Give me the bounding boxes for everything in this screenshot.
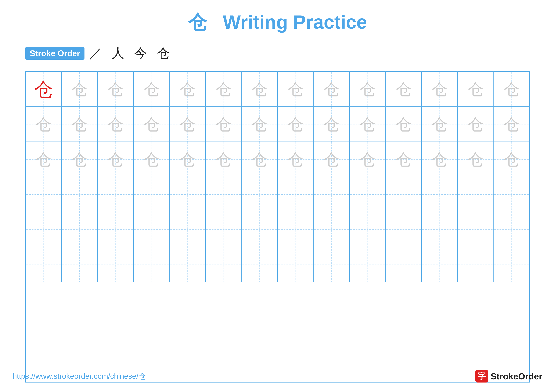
grid-cell[interactable] bbox=[494, 247, 530, 282]
grid-cell[interactable] bbox=[241, 247, 278, 282]
stroke-order-chars: ／ 人 今 仓 bbox=[89, 45, 173, 62]
practice-grid: 仓仓仓仓仓仓仓仓仓仓仓仓仓仓仓仓仓仓仓仓仓仓仓仓仓仓仓仓仓仓仓仓仓仓仓仓仓仓仓仓… bbox=[25, 71, 530, 383]
grid-cell[interactable]: 仓 bbox=[170, 107, 206, 142]
grid-cell[interactable] bbox=[386, 177, 422, 212]
grid-cell[interactable] bbox=[134, 177, 170, 212]
grid-cell[interactable] bbox=[62, 177, 98, 212]
grid-cell[interactable] bbox=[314, 212, 350, 247]
ghost-char: 仓 bbox=[252, 81, 267, 97]
grid-cell[interactable] bbox=[494, 177, 530, 212]
grid-cell[interactable] bbox=[98, 177, 134, 212]
grid-cell[interactable] bbox=[314, 177, 350, 212]
grid-cell[interactable] bbox=[170, 177, 206, 212]
ghost-char: 仓 bbox=[288, 151, 303, 167]
grid-cell[interactable]: 仓 bbox=[494, 72, 530, 107]
grid-cell[interactable] bbox=[314, 247, 350, 282]
grid-cell[interactable]: 仓 bbox=[458, 142, 494, 177]
grid-cell[interactable] bbox=[422, 247, 458, 282]
footer-url[interactable]: https://www.strokeorder.com/chinese/仓 bbox=[13, 371, 146, 381]
grid-cell[interactable]: 仓 bbox=[422, 107, 458, 142]
title-char: 仓 bbox=[188, 11, 207, 33]
ghost-char: 仓 bbox=[504, 81, 519, 97]
grid-cell[interactable] bbox=[170, 247, 206, 282]
grid-cell[interactable] bbox=[170, 212, 206, 247]
ghost-char: 仓 bbox=[396, 81, 411, 97]
grid-cell[interactable]: 仓 bbox=[422, 142, 458, 177]
grid-cell[interactable]: 仓 bbox=[206, 107, 242, 142]
grid-row: 仓仓仓仓仓仓仓仓仓仓仓仓仓仓 bbox=[26, 142, 529, 177]
grid-cell[interactable] bbox=[278, 212, 314, 247]
grid-cell[interactable] bbox=[206, 247, 242, 282]
grid-cell[interactable] bbox=[386, 247, 422, 282]
grid-cell[interactable]: 仓 bbox=[350, 107, 386, 142]
grid-cell[interactable] bbox=[278, 247, 314, 282]
grid-cell[interactable] bbox=[206, 177, 242, 212]
grid-cell[interactable] bbox=[26, 247, 62, 282]
grid-cell[interactable]: 仓 bbox=[170, 142, 206, 177]
ghost-char: 仓 bbox=[396, 116, 411, 132]
grid-cell[interactable] bbox=[26, 212, 62, 247]
grid-cell[interactable] bbox=[350, 247, 386, 282]
grid-cell[interactable] bbox=[62, 212, 98, 247]
ghost-char: 仓 bbox=[288, 81, 303, 97]
grid-cell[interactable]: 仓 bbox=[206, 142, 242, 177]
grid-cell[interactable] bbox=[386, 212, 422, 247]
grid-cell[interactable] bbox=[98, 212, 134, 247]
grid-cell[interactable]: 仓 bbox=[494, 142, 530, 177]
grid-cell[interactable] bbox=[206, 212, 242, 247]
grid-cell[interactable] bbox=[241, 212, 278, 247]
grid-cell[interactable]: 仓 bbox=[278, 142, 314, 177]
grid-cell[interactable]: 仓 bbox=[386, 107, 422, 142]
grid-cell[interactable]: 仓 bbox=[26, 107, 62, 142]
grid-cell[interactable]: 仓 bbox=[98, 142, 134, 177]
grid-cell[interactable] bbox=[278, 177, 314, 212]
grid-cell[interactable] bbox=[494, 212, 530, 247]
grid-cell[interactable]: 仓 bbox=[350, 142, 386, 177]
grid-cell[interactable] bbox=[350, 212, 386, 247]
grid-cell[interactable]: 仓 bbox=[134, 72, 170, 107]
grid-cell[interactable] bbox=[98, 247, 134, 282]
grid-cell[interactable]: 仓 bbox=[350, 72, 386, 107]
grid-cell[interactable] bbox=[458, 177, 494, 212]
grid-cell[interactable] bbox=[62, 247, 98, 282]
grid-cell[interactable]: 仓 bbox=[98, 107, 134, 142]
grid-cell[interactable] bbox=[350, 177, 386, 212]
grid-cell[interactable]: 仓 bbox=[278, 107, 314, 142]
ghost-char: 仓 bbox=[504, 116, 519, 132]
grid-cell[interactable]: 仓 bbox=[458, 107, 494, 142]
grid-cell[interactable]: 仓 bbox=[278, 72, 314, 107]
grid-cell[interactable]: 仓 bbox=[26, 72, 62, 107]
grid-cell[interactable] bbox=[458, 247, 494, 282]
grid-cell[interactable]: 仓 bbox=[241, 72, 278, 107]
grid-cell[interactable]: 仓 bbox=[314, 72, 350, 107]
grid-cell[interactable]: 仓 bbox=[170, 72, 206, 107]
grid-cell[interactable]: 仓 bbox=[241, 142, 278, 177]
grid-cell[interactable]: 仓 bbox=[314, 107, 350, 142]
grid-cell[interactable]: 仓 bbox=[62, 142, 98, 177]
grid-cell[interactable] bbox=[458, 212, 494, 247]
grid-cell[interactable]: 仓 bbox=[422, 72, 458, 107]
grid-cell[interactable] bbox=[241, 177, 278, 212]
grid-cell[interactable]: 仓 bbox=[386, 142, 422, 177]
grid-cell[interactable] bbox=[134, 212, 170, 247]
grid-cell[interactable] bbox=[26, 177, 62, 212]
grid-cell[interactable]: 仓 bbox=[494, 107, 530, 142]
grid-cell[interactable]: 仓 bbox=[241, 107, 278, 142]
grid-cell[interactable]: 仓 bbox=[458, 72, 494, 107]
logo-icon: 字 bbox=[475, 370, 488, 383]
grid-row: 仓仓仓仓仓仓仓仓仓仓仓仓仓仓 bbox=[26, 72, 529, 107]
grid-cell[interactable] bbox=[422, 212, 458, 247]
grid-cell[interactable]: 仓 bbox=[134, 107, 170, 142]
ghost-char: 仓 bbox=[36, 116, 51, 132]
grid-cell[interactable]: 仓 bbox=[26, 142, 62, 177]
grid-cell[interactable]: 仓 bbox=[62, 107, 98, 142]
grid-cell[interactable]: 仓 bbox=[206, 72, 242, 107]
grid-cell[interactable] bbox=[134, 247, 170, 282]
grid-cell[interactable]: 仓 bbox=[98, 72, 134, 107]
grid-cell[interactable]: 仓 bbox=[134, 142, 170, 177]
ghost-char: 仓 bbox=[144, 151, 160, 167]
grid-cell[interactable]: 仓 bbox=[386, 72, 422, 107]
grid-cell[interactable]: 仓 bbox=[62, 72, 98, 107]
grid-cell[interactable] bbox=[422, 177, 458, 212]
grid-cell[interactable]: 仓 bbox=[314, 142, 350, 177]
